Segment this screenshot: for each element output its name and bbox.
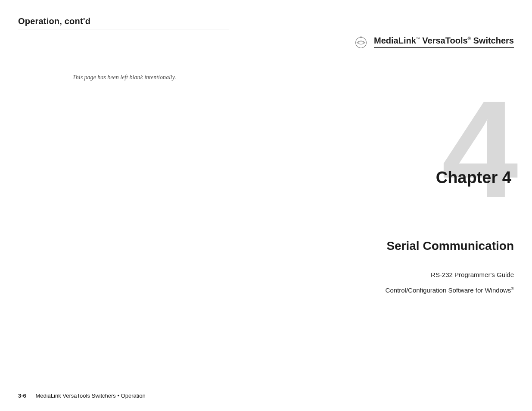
left-header-title: Operation, cont'd xyxy=(18,16,229,29)
left-page: Operation, cont'd This page has been lef… xyxy=(0,0,266,411)
extron-seal-icon xyxy=(352,34,370,50)
chapter-label: Chapter 4 xyxy=(436,168,511,187)
svg-point-0 xyxy=(356,37,367,48)
registered-symbol: ® xyxy=(468,36,471,41)
chapter-section-title: Serial Communication xyxy=(386,239,514,253)
subtopic-item: Control/Configuration Software for Windo… xyxy=(386,283,514,298)
footer-text: MediaLink VersaTools Switchers • Operati… xyxy=(35,392,145,399)
trademark-symbol: ™ xyxy=(416,37,420,41)
brand-versatools: VersaTools xyxy=(420,36,468,45)
left-page-header: Operation, cont'd xyxy=(18,16,229,29)
blank-page-notice: This page has been left blank intentiona… xyxy=(72,74,176,81)
chapter-number-block: 4 Chapter 4 xyxy=(442,90,514,208)
registered-symbol: ® xyxy=(511,286,514,291)
subtopic-text: Control/Configuration Software for Windo… xyxy=(386,286,511,294)
header-rule xyxy=(18,29,229,29)
brand-medialink: MediaLink xyxy=(374,36,416,45)
product-line-title: MediaLink™ VersaTools® Switchers xyxy=(374,36,514,48)
right-page: MediaLink™ VersaTools® Switchers 4 Chapt… xyxy=(266,0,532,411)
two-page-spread: Operation, cont'd This page has been lef… xyxy=(0,0,532,411)
page-number: 3-6 xyxy=(18,392,26,399)
subtopic-item: RS-232 Programmer's Guide xyxy=(386,267,514,283)
brand-switchers: Switchers xyxy=(471,36,514,45)
chapter-subtopics: RS-232 Programmer's Guide Control/Config… xyxy=(386,267,514,298)
right-page-header: MediaLink™ VersaTools® Switchers xyxy=(352,34,514,50)
chapter-big-number: 4 xyxy=(442,90,514,208)
left-footer: 3-6 MediaLink VersaTools Switchers • Ope… xyxy=(18,392,146,399)
